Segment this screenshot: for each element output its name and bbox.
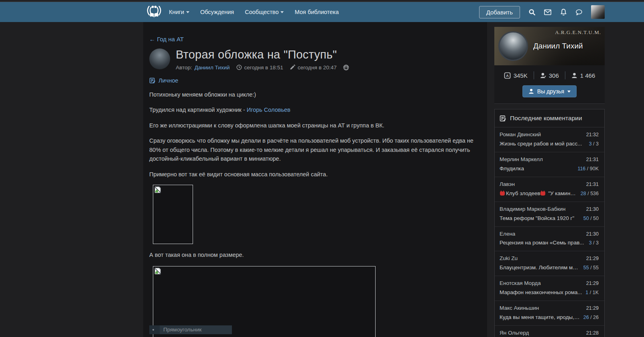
nav-item-discussions[interactable]: Обсуждения [200, 9, 234, 15]
comment-topic[interactable]: Рецензия на роман «Семь прав... [500, 238, 584, 248]
post-meta: Автор: Даниил Тихий сегодня в 18:51 [176, 65, 349, 71]
tooltip-text: Прямоугольник [163, 327, 201, 333]
comment-row[interactable]: Владимир Марков-Бабкин21:30Тема реформ "… [495, 202, 604, 227]
comment-topic[interactable]: Куда вы меня тащите, ироды, э... [500, 313, 580, 322]
profile-stats: A 345K 306 1 466 [494, 71, 605, 79]
notepad-icon [149, 77, 156, 84]
tooltip-image-icon [149, 325, 160, 334]
comment-count: 50 / 50 [583, 214, 599, 223]
comment-row[interactable]: Макс Акиньшин21:29Куда вы меня тащите, и… [495, 301, 604, 326]
artist-link[interactable]: Игорь Соловьев [247, 107, 291, 113]
comments-title: Последние комментарии [510, 115, 582, 122]
main-menu: Книги Обсуждения Сообщество Моя библиоте… [169, 9, 339, 15]
comment-row[interactable]: Елена21:30Рецензия на роман «Семь прав..… [495, 227, 604, 252]
messages-icon[interactable] [544, 8, 551, 16]
views-stat[interactable]: A 345K [504, 72, 528, 79]
image-alt-tooltip: Прямоугольник [149, 325, 232, 334]
chevron-down-icon [567, 91, 571, 93]
comment-count: 28 / 536 [581, 190, 599, 198]
search-icon[interactable] [528, 8, 536, 16]
comment-author[interactable]: Елена [500, 230, 515, 239]
nav-item-community[interactable]: Сообщество [245, 9, 284, 15]
comment-time: 21:31 [586, 180, 599, 189]
profile-banner[interactable]: A.R.G.E.N.T.U.M. Даниил Тихий [494, 27, 605, 65]
comment-row[interactable]: Zuki Zu21:29Блауцентризм. Любителям мин.… [495, 251, 604, 276]
notifications-bell-icon[interactable] [560, 8, 567, 16]
friends-status-button[interactable]: Вы друзья [522, 85, 577, 97]
cover-thumbnail-broken-image [153, 185, 193, 244]
divider [534, 71, 534, 79]
nav-item-label: Сообщество [245, 9, 278, 15]
comment-time: 21:30 [586, 205, 599, 214]
comment-count: 55 / 55 [583, 264, 599, 272]
views-icon: A [504, 72, 511, 79]
comment-time: 21:31 [586, 155, 599, 164]
post-header: Вторая обложка на "Поступь" Автор: Дании… [149, 48, 481, 71]
author-today-logo-icon[interactable] [146, 4, 163, 20]
comment-topic[interactable]: Клуб злодеев "У камина" ... [500, 189, 577, 198]
artist-text: Трудился над картинкой художник - [149, 107, 247, 113]
comment-time: 21:29 [586, 254, 599, 263]
comment-author[interactable]: Zuki Zu [500, 254, 518, 263]
comment-author[interactable]: Енотская Морда [500, 279, 541, 288]
comment-time: 21:29 [586, 304, 599, 313]
comments-list: Роман Двинский21:32Жизнь среди рабов и м… [495, 127, 604, 337]
post-category-link[interactable]: Личное [149, 77, 178, 84]
comment-row[interactable]: Ян Ольгерд21:28Котяныч открывает глаза18… [495, 326, 604, 337]
comment-time: 21:29 [586, 279, 599, 288]
comment-author[interactable]: Ян Ольгерд [500, 329, 529, 337]
comment-author[interactable]: Роман Двинский [500, 130, 541, 139]
comment-row[interactable]: Роман Двинский21:32Жизнь среди рабов и м… [495, 127, 604, 152]
comment-count: 1 / 1K [585, 289, 599, 297]
divider [565, 71, 565, 79]
post-category-label: Личное [158, 77, 178, 84]
pencil-icon [290, 65, 295, 70]
nav-item-label: Обсуждения [200, 9, 234, 15]
add-button[interactable]: Добавить [479, 6, 520, 18]
profile-avatar[interactable] [498, 31, 528, 61]
svg-text:A: A [506, 74, 509, 78]
friends-count: 306 [549, 72, 559, 79]
views-count: 345K [514, 72, 528, 79]
comments-header: Последние комментарии [495, 109, 604, 127]
comment-count: 3 / 3 [589, 140, 599, 148]
comment-time: 21:32 [586, 131, 599, 139]
author-avatar[interactable] [149, 48, 170, 69]
paragraph: Его же иллюстрациями к слову оформлена ш… [149, 121, 481, 130]
comment-author[interactable]: Мерлин Маркелл [500, 155, 543, 164]
comment-author[interactable]: Макс Акиньшин [500, 304, 539, 313]
followers-icon [571, 73, 577, 79]
globe-visibility-icon [343, 65, 349, 71]
profile-widget: A.R.G.E.N.T.U.M. Даниил Тихий A 345K [494, 27, 605, 104]
followers-stat[interactable]: 1 466 [571, 72, 595, 79]
comment-topic[interactable]: Флудилка [500, 164, 524, 174]
comment-author[interactable]: Владимир Марков-Бабкин [500, 205, 566, 214]
profile-name-link[interactable]: Даниил Тихий [533, 42, 583, 50]
friends-stat[interactable]: 306 [540, 72, 559, 79]
nav-item-books[interactable]: Книги [169, 9, 189, 15]
comment-row[interactable]: Енотская Морда21:29Марафон незаконченных… [495, 276, 604, 301]
comment-count: 3 / 3 [589, 239, 599, 247]
nav-item-my-library[interactable]: Моя библиотека [295, 9, 339, 15]
comment-topic[interactable]: Блауцентризм. Любителям мин... [500, 263, 580, 272]
author-link[interactable]: Даниил Тихий [195, 65, 230, 71]
banner-caption: A.R.G.E.N.T.U.M. [555, 29, 601, 36]
comment-topic[interactable]: Тема реформ "Войска 1920 г" [500, 214, 574, 223]
edited-time: сегодня в 20:47 [298, 65, 337, 71]
paragraph: Сразу оговорюсь что обложку мы делали в … [149, 136, 481, 163]
nav-item-label: Моя библиотека [295, 9, 339, 15]
comment-row[interactable]: Мерлин Маркелл21:31Флудилка116 / 90K [495, 152, 604, 177]
comment-count: 26 / 26 [583, 313, 599, 322]
chat-icon[interactable] [575, 8, 583, 16]
comment-row[interactable]: Лавэн21:31Клуб злодеев "У камина" ...28 … [495, 177, 604, 202]
page-title: Вторая обложка на "Поступь" [176, 48, 349, 61]
paragraph: А вот такая она в полном размере. [149, 250, 481, 259]
paragraph: Потихоньку меняем обложки на цикле:) [149, 90, 481, 99]
comment-author[interactable]: Лавэн [500, 180, 515, 189]
comment-topic[interactable]: Марафон незаконченных рома... [500, 288, 582, 297]
created-time: сегодня в 18:51 [244, 65, 283, 71]
breadcrumb-back-link[interactable]: ← Год на АТ [149, 36, 184, 42]
comment-topic[interactable]: Жизнь среди рабов и мой расс... [500, 139, 582, 149]
person-icon [528, 89, 534, 94]
user-avatar[interactable] [591, 5, 605, 19]
